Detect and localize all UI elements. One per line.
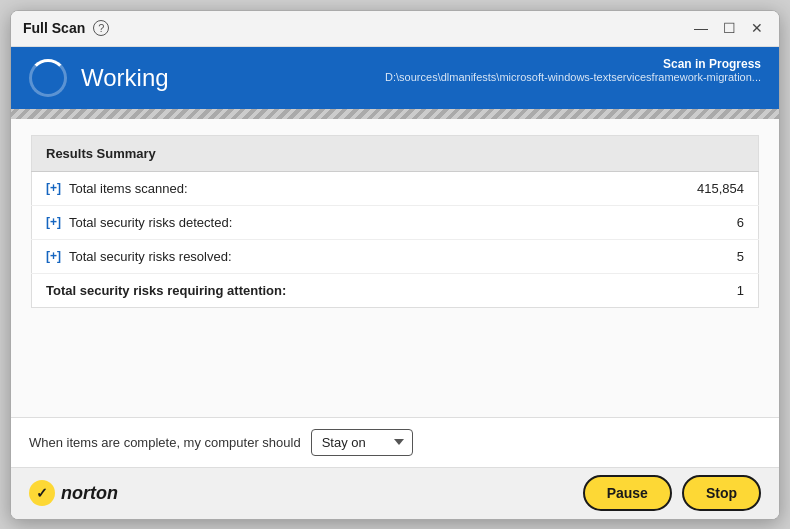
- table-row: [+]Total items scanned:415,854: [32, 171, 759, 205]
- row-label: Total security risks resolved:: [69, 249, 232, 264]
- title-bar-left: Full Scan ?: [23, 20, 109, 36]
- stripe-bar: [11, 109, 779, 119]
- footer: ✓ norton Pause Stop: [11, 467, 779, 519]
- row-value: 5: [599, 239, 758, 273]
- progress-banner: Working Scan in Progress D:\sources\dlma…: [11, 47, 779, 109]
- norton-check-icon: ✓: [29, 480, 55, 506]
- norton-brand-name: norton: [61, 483, 118, 504]
- scan-status-label: Scan in Progress: [385, 57, 761, 71]
- expand-button[interactable]: [+]: [46, 215, 61, 229]
- results-table: Results Summary [+]Total items scanned:4…: [31, 135, 759, 308]
- bottom-bar: When items are complete, my computer sho…: [11, 417, 779, 467]
- row-label: Total security risks requiring attention…: [46, 283, 286, 298]
- row-value: 1: [599, 273, 758, 307]
- help-icon[interactable]: ?: [93, 20, 109, 36]
- results-header: Results Summary: [32, 135, 600, 171]
- completion-prompt: When items are complete, my computer sho…: [29, 435, 301, 450]
- main-window: Full Scan ? — ☐ ✕ Working Scan in Progre…: [10, 10, 780, 520]
- expand-button[interactable]: [+]: [46, 181, 61, 195]
- footer-buttons: Pause Stop: [583, 475, 761, 511]
- expand-button[interactable]: [+]: [46, 249, 61, 263]
- title-bar: Full Scan ? — ☐ ✕: [11, 11, 779, 47]
- spinner-container: [29, 59, 67, 97]
- norton-logo: ✓ norton: [29, 480, 118, 506]
- minimize-button[interactable]: —: [691, 18, 711, 38]
- main-content: Results Summary [+]Total items scanned:4…: [11, 119, 779, 417]
- results-header-value: [599, 135, 758, 171]
- table-row: [+]Total security risks detected:6: [32, 205, 759, 239]
- row-label: Total items scanned:: [69, 181, 188, 196]
- row-value: 415,854: [599, 171, 758, 205]
- title-bar-controls: — ☐ ✕: [691, 18, 767, 38]
- table-row: [+]Total security risks resolved:5: [32, 239, 759, 273]
- completion-option: When items are complete, my computer sho…: [29, 429, 413, 456]
- row-value: 6: [599, 205, 758, 239]
- maximize-button[interactable]: ☐: [719, 18, 739, 38]
- loading-spinner: [29, 59, 67, 97]
- scan-path: D:\sources\dlmanifests\microsoft-windows…: [385, 71, 761, 83]
- row-label: Total security risks detected:: [69, 215, 232, 230]
- stop-button[interactable]: Stop: [682, 475, 761, 511]
- table-row: Total security risks requiring attention…: [32, 273, 759, 307]
- scan-info: Scan in Progress D:\sources\dlmanifests\…: [385, 57, 761, 83]
- pause-button[interactable]: Pause: [583, 475, 672, 511]
- window-title: Full Scan: [23, 20, 85, 36]
- completion-dropdown[interactable]: Stay on Shut down Restart Sleep: [311, 429, 413, 456]
- working-label: Working: [81, 64, 169, 92]
- close-button[interactable]: ✕: [747, 18, 767, 38]
